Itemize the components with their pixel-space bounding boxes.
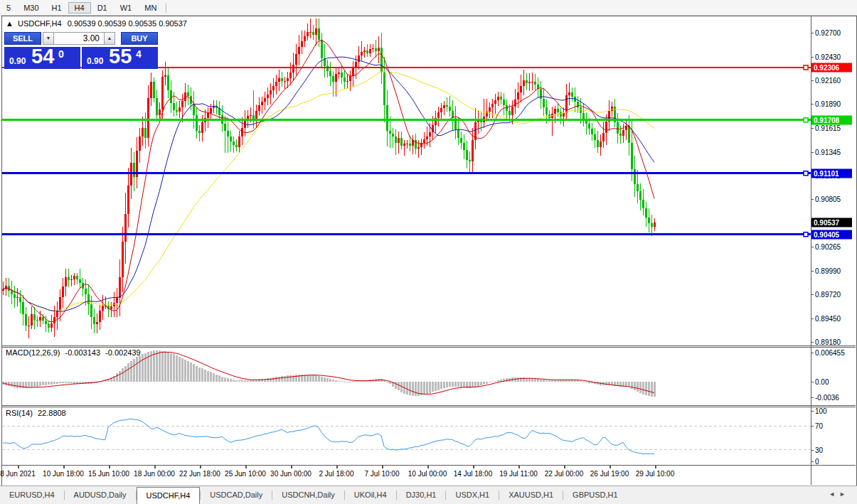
price-tick: 0.89450	[815, 315, 855, 323]
chart-tab-dj30-h1[interactable]: DJ30,H1	[397, 486, 446, 504]
price-tick: 0.00	[815, 378, 855, 386]
price-tick: 0.89990	[815, 267, 855, 275]
chart-tab-xauusd-h1[interactable]: XAUUSD,H1	[499, 486, 563, 504]
date-tick-label: 29 Jul 10:00	[636, 470, 675, 478]
price-badge: 0.91101	[811, 169, 852, 178]
date-tick-label: 22 Jul 00:00	[545, 470, 584, 478]
timeframe-button-5[interactable]: 5	[0, 2, 17, 14]
price-tick: 30	[815, 446, 855, 454]
date-tick-label: 10 Jun 18:00	[43, 470, 84, 478]
volume-increase-button[interactable]: ▲	[104, 32, 115, 45]
date-tick-label: 8 Jun 2021	[0, 470, 36, 478]
trading-terminal: 5M30H1H4D1W1MN ▲ USDCHF,H4 0.90539 0.905…	[0, 0, 857, 504]
date-tick-label: 25 Jun 10:00	[225, 470, 266, 478]
buy-price-sup: 4	[136, 48, 142, 60]
price-tick: -0.0036	[815, 394, 855, 402]
sell-price-small: 0.90	[9, 56, 26, 66]
buy-price-big: 55	[109, 45, 132, 68]
rsi-pane[interactable]	[2, 407, 811, 465]
price-tick: 0.92430	[815, 53, 855, 61]
sell-button[interactable]: SELL	[4, 32, 41, 45]
pane-separator	[1, 345, 856, 346]
price-badge: 0.91708	[811, 116, 852, 125]
timeframe-toolbar: 5M30H1H4D1W1MN	[0, 0, 857, 16]
chart-tab-audusd-daily[interactable]: AUDUSD,Daily	[65, 486, 136, 504]
price-tick: 0.92700	[815, 29, 855, 37]
date-tick-label: 10 Jul 00:00	[408, 470, 447, 478]
price-axis-divider	[811, 16, 811, 485]
buy-button[interactable]: BUY	[121, 32, 158, 45]
tabs-next-icon[interactable]: ►	[839, 490, 850, 498]
price-tick: 0.90265	[815, 243, 855, 251]
chart-tab-usdcnh-daily[interactable]: USDCNH,Daily	[272, 486, 344, 504]
date-tick-label: 7 Jul 10:00	[365, 470, 400, 478]
sell-price-sup: 0	[58, 48, 64, 60]
chart-tab-gbpusd-h1[interactable]: GBPUSD,H1	[563, 486, 627, 504]
timeframe-button-mn[interactable]: MN	[138, 2, 163, 14]
price-tick: 0.92160	[815, 77, 855, 85]
spin-down-icon: ▼	[46, 36, 51, 41]
horizontal-level-line[interactable]	[2, 171, 811, 176]
sell-price-box[interactable]: 0.90 54 0	[4, 47, 80, 69]
line-handle[interactable]	[804, 118, 808, 122]
date-tick-label: 15 Jun 10:00	[88, 470, 129, 478]
price-tick: 0.91345	[815, 149, 855, 156]
price-tick: 0.89720	[815, 291, 855, 299]
price-tick: 0.89180	[815, 338, 855, 346]
price-tick: 70	[815, 422, 855, 430]
timeframe-button-h4[interactable]: H4	[68, 2, 91, 14]
volume-field-wrap	[54, 32, 104, 45]
rsi-label: RSI(14) 22.8808	[6, 409, 66, 417]
price-tick: 100	[815, 407, 855, 415]
macd-signal-line	[3, 352, 654, 394]
symbol-tabbar: EURUSD,H4AUDUSD,DailyUSDCHF,H4USDCAD,Dai…	[0, 486, 857, 504]
date-tick-label: 2 Jul 18:00	[319, 470, 354, 478]
timeframe-button-m30[interactable]: M30	[17, 2, 45, 14]
chart-tab-usdx-h1[interactable]: USDX,H1	[446, 486, 499, 504]
timeframe-button-h1[interactable]: H1	[46, 2, 68, 14]
rsi-line	[3, 419, 654, 454]
price-badge: 0.90537	[811, 218, 852, 227]
price-badge: 0.90405	[811, 230, 852, 240]
timeframe-button-w1[interactable]: W1	[114, 2, 139, 14]
date-tick-label: 19 Jul 11:00	[499, 470, 538, 478]
date-tick-label: 14 Jul 18:00	[454, 470, 493, 478]
line-handle[interactable]	[804, 171, 808, 176]
horizontal-level-line[interactable]	[2, 232, 811, 237]
macd-label: MACD(12,26,9) -0.003143 -0.002439	[6, 348, 141, 357]
line-handle[interactable]	[804, 65, 808, 70]
timeframe-button-d1[interactable]: D1	[91, 2, 114, 14]
spin-up-icon: ▲	[107, 36, 112, 41]
date-tick-label: 30 Jun 00:00	[270, 470, 312, 478]
price-tick: 0.91615	[815, 124, 855, 132]
price-badge: 0.92306	[811, 63, 852, 73]
chart-tab-eurusd-h4[interactable]: EURUSD,H4	[0, 486, 64, 504]
pane-separator	[1, 405, 856, 406]
price-tick: 0.90805	[815, 195, 855, 203]
date-tick-label: 22 Jun 18:00	[179, 470, 220, 478]
sell-price-big: 54	[31, 45, 54, 68]
tabs-prev-icon[interactable]: ◄	[829, 490, 839, 498]
volume-decrease-button[interactable]: ▼	[43, 32, 54, 45]
one-click-trade-panel: SELL ▼ ▲ BUY 0.90 54 0 0.90 55 4	[4, 32, 159, 69]
horizontal-level-line[interactable]	[2, 118, 811, 122]
chart-tab-usdcad-daily[interactable]: USDCAD,Daily	[201, 486, 272, 504]
volume-input[interactable]	[54, 33, 102, 43]
buy-price-box[interactable]: 0.90 55 4	[82, 47, 158, 69]
chart-tab-ukoil-h4[interactable]: UKOil,H4	[345, 486, 396, 504]
line-handle[interactable]	[804, 232, 808, 237]
chart-tab-usdchf-h4[interactable]: USDCHF,H4	[137, 487, 201, 504]
buy-price-small: 0.90	[87, 56, 103, 66]
price-tick: 0.006455	[815, 349, 855, 357]
price-tick: 0	[815, 458, 855, 466]
price-tick: 0.91890	[815, 100, 855, 108]
date-tick-label: 18 Jun 00:00	[134, 470, 175, 478]
date-tick-label: 26 Jul 19:00	[590, 470, 629, 478]
